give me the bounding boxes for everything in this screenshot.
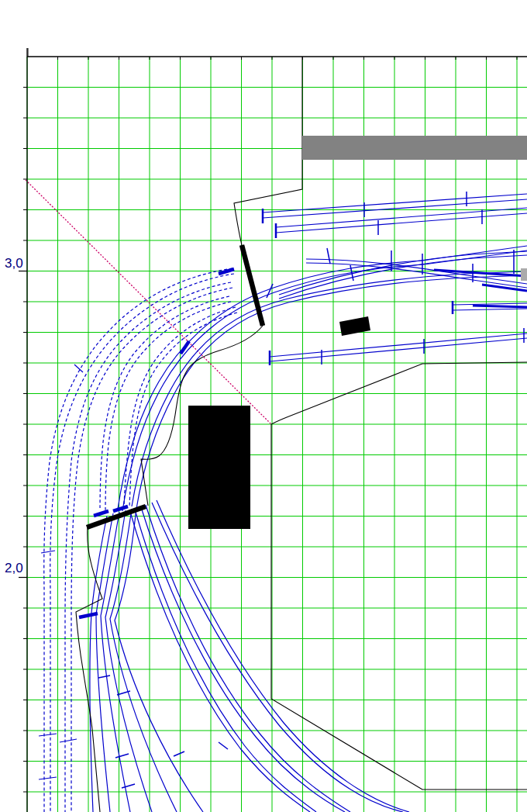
track-plan-canvas[interactable]: [0, 0, 527, 812]
yard-joint-6: [174, 752, 184, 756]
lower-siding-rail-b: [270, 338, 527, 361]
yard-curve-2-rail-a: [141, 507, 345, 812]
building-small: [339, 316, 370, 336]
track-plan-window: 3,0 2,0: [0, 0, 527, 812]
hidden-joint-5: [60, 739, 77, 742]
building-large: [188, 406, 250, 529]
uncoupler-symbol-3: [94, 511, 108, 516]
yard-joint-5: [219, 742, 228, 749]
layout-edge-right-lower: [271, 424, 527, 790]
layout-edge-top: [234, 57, 302, 245]
yard-curve-2-rail-b: [146, 505, 350, 812]
lower-siding-rail-a: [270, 333, 527, 357]
bold-route-segment-3: [473, 306, 527, 307]
hidden-track-b-rail-2: [71, 288, 232, 812]
platform-gray-bar: [302, 136, 527, 160]
yard-curve-3-rail-a: [152, 503, 403, 812]
stub-track-rail-b: [453, 309, 527, 310]
curve-joint-1: [327, 248, 330, 264]
crossing-track-1-rail-b: [306, 263, 527, 288]
yard-curve-1-rail-b: [135, 510, 316, 812]
hidden-joint-3: [41, 551, 55, 553]
bold-route-segment-2: [482, 285, 527, 291]
yard-joint-3: [115, 754, 129, 758]
siding-2-rail-b: [276, 213, 527, 233]
yard-joint-1: [98, 676, 110, 678]
y-axis-label-3-0: 3,0: [5, 256, 23, 271]
uncoupler-symbol-5: [79, 613, 98, 617]
siding-2-rail-a: [276, 208, 527, 227]
hidden-joint-1: [39, 734, 57, 736]
hidden-joint-2: [39, 777, 57, 779]
yard-track-4: [105, 510, 152, 812]
yard-joint-4: [122, 784, 135, 788]
tunnel-portal-1: [242, 245, 263, 326]
gray-sliver: [521, 268, 527, 281]
stub-track-rail-a: [453, 303, 527, 305]
mainline-1-rail-b: [122, 251, 527, 511]
yard-track-6: [115, 507, 203, 812]
y-axis-label-2-0: 2,0: [5, 561, 23, 575]
uncoupler-symbol-1: [219, 269, 234, 274]
uncoupler-symbol-2: [181, 341, 189, 354]
